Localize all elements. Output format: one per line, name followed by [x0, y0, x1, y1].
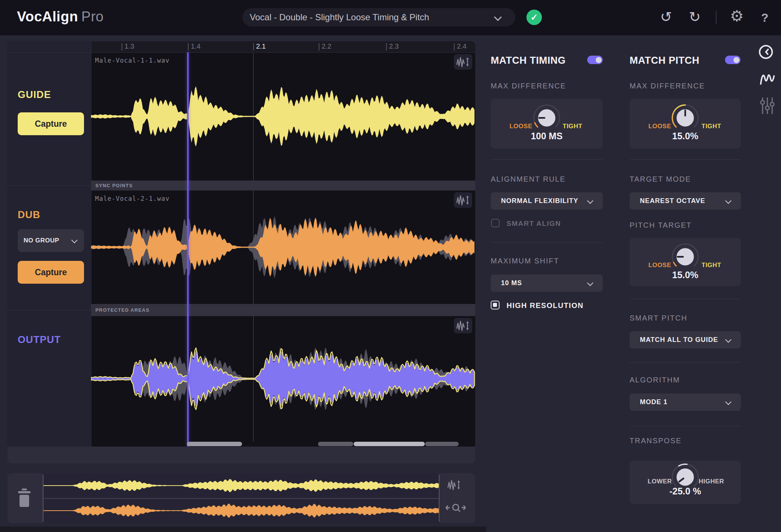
- ruler-tick: [253, 43, 254, 50]
- sync-points-strip: SYNC POINTS: [91, 181, 475, 190]
- chevron-down-icon: [725, 399, 732, 405]
- timing-view-clock-icon[interactable]: [757, 43, 774, 60]
- algorithm-value: MODE 1: [640, 398, 668, 406]
- maximum-shift-dropdown[interactable]: 10 MS: [491, 274, 603, 292]
- section-divider: [630, 299, 741, 299]
- transpose-panel: LOWER HIGHER -25.0 %: [630, 461, 741, 504]
- loose-label: LOOSE: [502, 123, 539, 130]
- tight-label: TIGHT: [693, 262, 730, 269]
- match-timing-title: MATCH TIMING: [491, 55, 565, 66]
- smart-align-checkbox[interactable]: [491, 219, 500, 227]
- high-resolution-checkbox[interactable]: [491, 301, 500, 309]
- transpose-label: TRANSPOSE: [630, 437, 682, 445]
- target-mode-dropdown[interactable]: NEAREST OCTAVE: [630, 192, 741, 210]
- ruler-tick-label: 2.2: [322, 42, 331, 50]
- loose-label: LOOSE: [641, 262, 678, 269]
- protected-areas-label: PROTECTED AREAS: [95, 307, 150, 313]
- timing-segment-bar: [187, 442, 242, 446]
- waveform-editor-panel: GUIDE Capture DUB NO GROUP Capture OUTPU…: [7, 41, 475, 463]
- algorithm-dropdown[interactable]: MODE 1: [630, 393, 741, 411]
- guide-track-label: GUIDE: [18, 89, 51, 101]
- timing-max-difference-label: MAX DIFFERENCE: [491, 82, 566, 90]
- high-resolution-label: HIGH RESOLUTION: [507, 301, 584, 310]
- smart-pitch-dropdown[interactable]: MATCH ALL TO GUIDE: [630, 331, 741, 349]
- undo-button[interactable]: ↺: [658, 10, 674, 26]
- pitch-view-wave-icon[interactable]: [759, 70, 775, 88]
- match-pitch-title: MATCH PITCH: [630, 55, 699, 66]
- overview-dub-waveform[interactable]: [43, 500, 439, 522]
- ruler-tick-label: 2.3: [389, 42, 399, 50]
- section-divider: [630, 426, 741, 426]
- overview-viewport-right-edge[interactable]: [439, 475, 439, 522]
- sidebar-divider: [7, 310, 91, 310]
- chevron-down-icon: [587, 198, 593, 204]
- guide-waveform-zoom-button[interactable]: [454, 54, 472, 70]
- chevron-down-icon: [587, 280, 593, 286]
- chevron-down-icon: [725, 337, 732, 343]
- output-waveform[interactable]: [91, 316, 475, 442]
- preset-dropdown[interactable]: Vocal - Double - Slightly Loose Timing &…: [242, 8, 515, 27]
- app-logo-primary: VocAlign: [17, 9, 78, 24]
- bottom-window-strip: [0, 526, 486, 532]
- overview-guide-waveform[interactable]: [43, 475, 439, 497]
- transpose-value: -25.0 %: [630, 486, 741, 497]
- target-mode-value: NEAREST OCTAVE: [640, 197, 705, 204]
- checkbox-fill: [493, 303, 497, 307]
- preset-value: Vocal - Double - Slightly Loose Timing &…: [250, 12, 429, 22]
- redo-button[interactable]: ↻: [687, 10, 703, 26]
- top-bar: VocAlignPro Vocal - Double - Slightly Lo…: [0, 0, 781, 35]
- overview-viewport-left-edge[interactable]: [43, 475, 43, 522]
- overview-waveform-zoom-icon[interactable]: [447, 478, 463, 494]
- waveform-vertical-zoom-icon: [456, 55, 470, 69]
- waveform-vertical-zoom-icon: [456, 193, 470, 207]
- dub-capture-button[interactable]: Capture: [18, 261, 84, 284]
- overview-track-divider: [43, 498, 439, 499]
- toggle-knob: [733, 57, 739, 63]
- ruler-tick-label: 1.3: [125, 42, 134, 50]
- match-pitch-toggle[interactable]: [725, 56, 740, 64]
- dub-waveform[interactable]: [91, 190, 475, 304]
- ruler-tick: [188, 43, 189, 50]
- timing-segment-bar: [318, 442, 353, 446]
- ruler-tick: [386, 43, 387, 50]
- playhead[interactable]: [187, 52, 189, 447]
- chevron-down-icon: [725, 198, 732, 204]
- pitch-target-label: PITCH TARGET: [630, 221, 692, 230]
- pitch-max-difference-label: MAX DIFFERENCE: [630, 82, 705, 90]
- protected-areas-strip: PROTECTED AREAS: [91, 304, 475, 316]
- chevron-down-icon: [494, 13, 502, 21]
- output-waveform-zoom-button[interactable]: [454, 318, 472, 333]
- tight-label: TIGHT: [554, 123, 591, 130]
- tight-label: TIGHT: [693, 123, 730, 130]
- timeline-ruler[interactable]: 1.31.42.12.22.32.4: [91, 41, 475, 52]
- pitch-target-value: 15.0%: [630, 270, 741, 280]
- ruler-tick-label: 1.4: [191, 42, 200, 50]
- lower-label: LOWER: [641, 478, 678, 485]
- chevron-down-icon: [71, 237, 78, 244]
- timing-segment-bar: [354, 442, 425, 446]
- guide-capture-button[interactable]: Capture: [18, 112, 84, 135]
- settings-sliders-icon[interactable]: [760, 97, 775, 115]
- ruler-tick: [454, 43, 455, 50]
- ruler-tick: [319, 43, 319, 50]
- preset-saved-check-icon[interactable]: ✓: [526, 10, 542, 25]
- overview-horizontal-zoom-icon[interactable]: [445, 500, 466, 517]
- overview-panel: [7, 473, 475, 523]
- trash-icon[interactable]: [16, 489, 32, 508]
- match-timing-toggle[interactable]: [587, 56, 603, 64]
- loose-label: LOOSE: [641, 123, 678, 130]
- smart-align-label: SMART ALIGN: [507, 220, 561, 228]
- smart-pitch-label: SMART PITCH: [630, 314, 687, 322]
- dub-waveform-zoom-button[interactable]: [454, 192, 472, 208]
- alignment-rule-label: ALIGNMENT RULE: [491, 175, 565, 183]
- sync-points-label: SYNC POINTS: [95, 183, 133, 188]
- settings-gear-icon[interactable]: ⚙: [729, 9, 745, 25]
- horizontal-scroll-strip[interactable]: [7, 447, 475, 463]
- section-divider: [491, 160, 603, 160]
- ruler-tick: [122, 43, 122, 50]
- pitch-target-panel: LOOSE TIGHT 15.0%: [630, 238, 741, 286]
- guide-waveform[interactable]: [91, 52, 475, 181]
- dub-group-dropdown[interactable]: NO GROUP: [18, 229, 84, 252]
- alignment-rule-dropdown[interactable]: NORMAL FLEXIBILITY: [491, 192, 603, 210]
- help-icon[interactable]: ?: [757, 10, 773, 27]
